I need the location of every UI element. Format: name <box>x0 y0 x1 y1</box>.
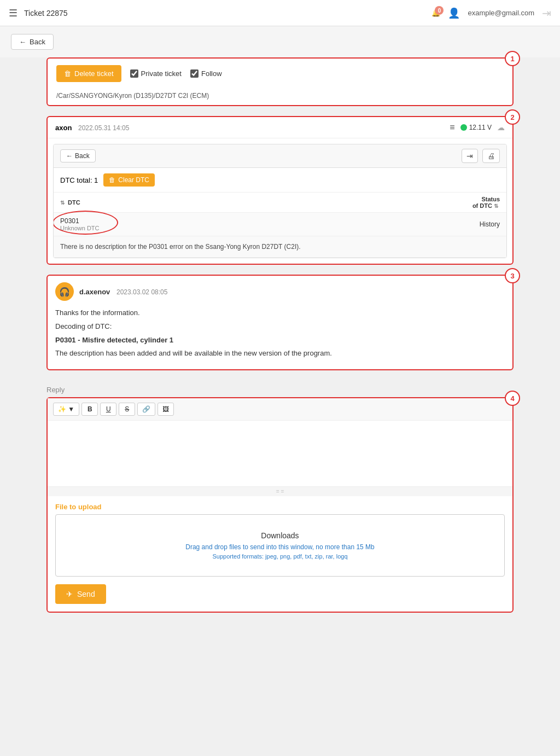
underline-icon: U <box>106 405 111 413</box>
send-label: Send <box>77 590 95 598</box>
inner-ticket-frame: ← Back ⇥ 🖨 DTC total: 1 🗑 Clear DTC <box>53 144 507 258</box>
strikethrough-icon: S <box>125 405 129 413</box>
table-row: P0301 Unknown DTC History <box>54 213 506 236</box>
back-arrow-icon: ← <box>19 38 26 46</box>
reply-line-4: The description has been added and will … <box>55 348 505 359</box>
badge-3: 3 <box>505 268 520 283</box>
voltage-value: 12.11 V <box>469 124 492 131</box>
private-ticket-checkbox-label[interactable]: Private ticket <box>130 69 182 78</box>
image-icon: 🖼 <box>162 405 169 413</box>
avatar: 🎧 <box>55 282 74 301</box>
delete-ticket-button[interactable]: 🗑 Delete ticket <box>56 65 121 82</box>
print-icon-button[interactable]: 🖨 <box>482 149 500 163</box>
dtc-status: History <box>308 213 506 236</box>
logout-icon[interactable]: ⇥ <box>542 7 551 20</box>
inner-ticket-header: ← Back ⇥ 🖨 <box>54 144 506 168</box>
section-2-axon-ticket: 2 axon 2022.05.31 14:05 ≡ 12.11 V ☁ ← Ba… <box>46 116 514 265</box>
badge-2: 2 <box>505 109 520 125</box>
dtc-description-cell: There is no description for the P0301 er… <box>54 236 506 258</box>
dtc-table: ⇅ DTC Status of DTC ⇅ P <box>54 192 506 258</box>
hamburger-icon[interactable]: ☰ <box>9 7 18 19</box>
bold-icon: B <box>88 405 92 413</box>
trash-icon: 🗑 <box>64 69 71 78</box>
notification-badge: 0 <box>435 6 444 15</box>
section-1-toolbar: 1 🗑 Delete ticket Private ticket Follow … <box>46 57 514 106</box>
badge-1: 1 <box>505 51 520 66</box>
inner-back-arrow-icon: ← <box>66 152 73 160</box>
axon-username: axon <box>55 124 72 132</box>
axon-date: 2022.05.31 14:05 <box>78 124 129 132</box>
reply-body: Thanks for the information. Decoding of … <box>48 307 512 369</box>
breadcrumb: /Car/SSANGYONG/Kyron (D135)/D27DT C2I (E… <box>48 89 512 105</box>
file-drop-title: Downloads <box>72 531 488 540</box>
inner-back-label: Back <box>75 152 90 160</box>
back-label: Back <box>30 38 45 46</box>
follow-checkbox-label[interactable]: Follow <box>190 69 222 78</box>
page-title: Ticket 22875 <box>24 9 68 18</box>
cloud-icon: ☁ <box>497 123 505 132</box>
send-button[interactable]: ✈ Send <box>55 584 106 604</box>
green-status-dot <box>460 124 467 131</box>
follow-checkbox[interactable] <box>190 69 199 78</box>
bold-tool-button[interactable]: B <box>81 403 98 416</box>
dtc-total-label: DTC total: 1 <box>60 176 98 184</box>
toolbar: 🗑 Delete ticket Private ticket Follow <box>48 59 512 89</box>
dtc-description-row: There is no description for the P0301 er… <box>54 236 506 258</box>
dtc-code: P0301 <box>60 217 302 225</box>
reply-text-editor[interactable] <box>48 421 512 486</box>
sort-icon-2: ⇅ <box>494 203 498 209</box>
notification-bell[interactable]: 🔔 0 <box>431 9 440 17</box>
headphone-icon: 🎧 <box>59 287 70 297</box>
axon-header: axon 2022.05.31 14:05 ≡ 12.11 V ☁ <box>48 117 512 138</box>
user-email: example@gmail.com <box>468 9 534 17</box>
download-icon-button[interactable]: ⇥ <box>462 149 478 163</box>
clear-dtc-button[interactable]: 🗑 Clear DTC <box>103 173 155 187</box>
file-drop-formats: Supported formats: jpeg, png, pdf, txt, … <box>72 553 488 560</box>
editor-toolbar: ✨ ▼ B U S 🔗 🖼 <box>48 398 512 421</box>
reply-user-info: 🎧 d.axenov 2023.03.02 08:05 <box>55 282 167 301</box>
follow-label: Follow <box>201 69 222 78</box>
user-icon: 👤 <box>448 7 460 19</box>
reply-line-1: Thanks for the information. <box>55 307 505 319</box>
link-tool-button[interactable]: 🔗 <box>137 403 155 416</box>
inner-back-button[interactable]: ← Back <box>60 149 96 162</box>
main-content: 1 🗑 Delete ticket Private ticket Follow … <box>0 57 560 639</box>
sparkle-tool-button[interactable]: ✨ ▼ <box>53 403 79 416</box>
sparkle-icon: ✨ <box>58 405 66 413</box>
reply-section-label: Reply <box>46 380 514 397</box>
dtc-bar: DTC total: 1 🗑 Clear DTC <box>54 168 506 192</box>
reply-line-3: P0301 - Misfire detected, cylinder 1 <box>55 335 505 346</box>
clear-dtc-trash-icon: 🗑 <box>109 176 115 184</box>
section-4-editor: 4 ✨ ▼ B U S 🔗 🖼 = = File <box>46 397 514 613</box>
back-button[interactable]: ← Back <box>11 34 54 50</box>
of-dtc-header-label: of DTC <box>472 202 492 209</box>
menu-dots-icon[interactable]: ≡ <box>450 123 454 132</box>
status-header-label: Status <box>481 196 500 202</box>
private-ticket-checkbox[interactable] <box>130 69 138 78</box>
image-tool-button[interactable]: 🖼 <box>158 403 174 416</box>
clear-dtc-label: Clear DTC <box>118 176 149 184</box>
strikethrough-tool-button[interactable]: S <box>119 403 135 416</box>
file-drop-zone[interactable]: Downloads Drag and drop files to send in… <box>55 514 505 577</box>
sort-icon: ⇅ <box>60 200 65 206</box>
delete-ticket-label: Delete ticket <box>74 69 114 78</box>
back-bar: ← Back <box>0 26 560 57</box>
status-col-header: Status of DTC ⇅ <box>308 193 506 213</box>
file-upload-label: File to upload <box>48 496 512 514</box>
editor-resize-handle[interactable]: = = <box>48 486 512 496</box>
dtc-unknown-label: Unknown DTC <box>60 225 302 231</box>
reply-date: 2023.03.02 08:05 <box>116 288 167 296</box>
send-icon: ✈ <box>66 590 73 598</box>
voltage-display: 12.11 V <box>460 124 492 131</box>
dtc-col-header: ⇅ DTC <box>54 193 308 213</box>
reply-username: d.axenov <box>79 288 110 296</box>
file-drop-hint: Drag and drop files to send into this wi… <box>72 543 488 551</box>
top-nav: ☰ Ticket 22875 🔔 0 👤 example@gmail.com ⇥ <box>0 0 560 26</box>
badge-4: 4 <box>505 391 520 406</box>
dtc-header-label: DTC <box>68 199 80 206</box>
underline-tool-button[interactable]: U <box>100 403 116 416</box>
reply-line-2: Decoding of DTC: <box>55 321 505 333</box>
dtc-code-cell: P0301 Unknown DTC <box>54 213 308 236</box>
section-3-reply: 3 🎧 d.axenov 2023.03.02 08:05 Thanks for… <box>46 275 514 370</box>
link-icon: 🔗 <box>142 405 150 413</box>
